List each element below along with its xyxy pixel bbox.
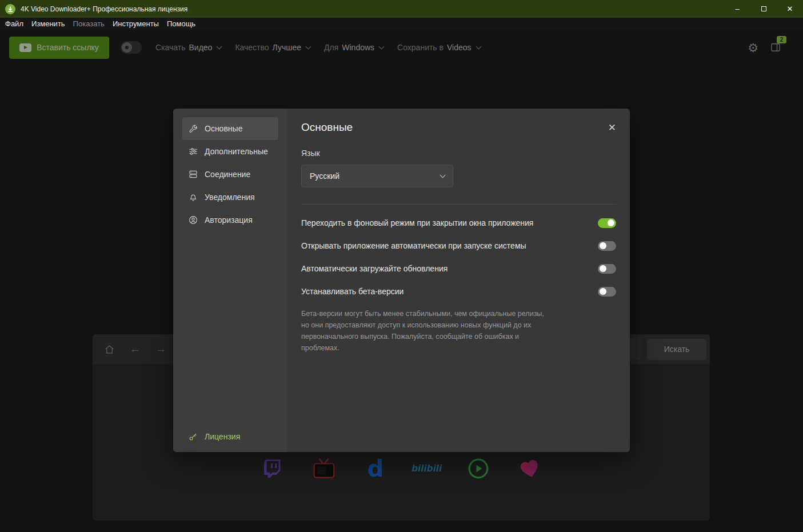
- setting-row-autostart: Открывать приложение автоматически при з…: [301, 234, 616, 257]
- close-button[interactable]: ✕: [777, 0, 803, 18]
- settings-nav-connection[interactable]: Соединение: [182, 163, 278, 186]
- wrench-icon: [188, 123, 198, 134]
- setting-label: Автоматически загружайте обновления: [301, 264, 448, 273]
- key-icon: [188, 431, 198, 442]
- divider: [301, 204, 616, 205]
- menu-tools[interactable]: Инструменты: [109, 18, 163, 30]
- user-circle-icon: [188, 215, 198, 225]
- settings-title: Основные: [301, 121, 353, 134]
- setting-label: Устанавливать бета-версии: [301, 287, 404, 296]
- titlebar: 4K Video Downloader+ Профессиональная ли…: [0, 0, 803, 18]
- settings-nav: Основные Дополнительные Соединение Уведо…: [173, 109, 287, 452]
- toggle-knob: [600, 288, 606, 295]
- menu-edit[interactable]: Изменить: [27, 18, 69, 30]
- bell-icon: [188, 192, 198, 202]
- beta-note: Бета-версии могут быть менее стабильными…: [301, 308, 549, 354]
- background-mode-toggle[interactable]: [598, 218, 616, 228]
- menu-view[interactable]: Показать: [69, 18, 109, 30]
- license-button[interactable]: Лицензия: [188, 431, 240, 442]
- menu-help[interactable]: Помощь: [163, 18, 199, 30]
- settings-header: Основные ✕: [301, 109, 616, 134]
- language-label: Язык: [301, 149, 616, 158]
- server-stack-icon: [188, 169, 198, 179]
- setting-label: Открывать приложение автоматически при з…: [301, 241, 526, 250]
- settings-dialog: Основные Дополнительные Соединение Уведо…: [173, 109, 630, 452]
- app-window: 4K Video Downloader+ Профессиональная ли…: [0, 0, 803, 532]
- toggle-knob: [600, 242, 606, 249]
- minimize-button[interactable]: –: [724, 0, 750, 18]
- settings-content: Основные ✕ Язык Русский Переходить в фон…: [287, 109, 630, 452]
- settings-nav-label: Уведомления: [205, 193, 255, 202]
- language-value: Русский: [310, 171, 339, 181]
- settings-toggle-rows: Переходить в фоновый режим при закрытии …: [301, 211, 616, 303]
- setting-row-background-mode: Переходить в фоновый режим при закрытии …: [301, 211, 616, 234]
- auto-updates-toggle[interactable]: [598, 264, 616, 274]
- settings-nav-label: Дополнительные: [205, 147, 268, 156]
- settings-nav-label: Соединение: [205, 170, 250, 179]
- dialog-close-icon[interactable]: ✕: [608, 122, 616, 134]
- setting-row-beta-versions: Устанавливать бета-версии: [301, 280, 616, 303]
- maximize-button[interactable]: [750, 0, 777, 18]
- settings-nav-general[interactable]: Основные: [182, 117, 278, 140]
- toggle-knob: [608, 219, 614, 226]
- beta-versions-toggle[interactable]: [598, 287, 616, 297]
- menubar: Файл Изменить Показать Инструменты Помощ…: [0, 18, 803, 30]
- window-title: 4K Video Downloader+ Профессиональная ли…: [21, 5, 187, 13]
- maximize-icon: [761, 6, 766, 11]
- toggle-knob: [600, 265, 606, 272]
- settings-nav-notifications[interactable]: Уведомления: [182, 186, 278, 209]
- window-controls: – ✕: [724, 0, 803, 18]
- setting-row-auto-updates: Автоматически загружайте обновления: [301, 257, 616, 280]
- app-logo-icon: [5, 4, 15, 14]
- autostart-toggle[interactable]: [598, 241, 616, 251]
- settings-nav-authorization[interactable]: Авторизация: [182, 209, 278, 231]
- menu-file[interactable]: Файл: [1, 18, 27, 30]
- settings-nav-advanced[interactable]: Дополнительные: [182, 140, 278, 163]
- settings-nav-label: Авторизация: [205, 215, 253, 225]
- chevron-down-icon: [440, 173, 446, 178]
- sliders-icon: [188, 146, 198, 157]
- settings-nav-label: Основные: [205, 124, 242, 133]
- setting-label: Переходить в фоновый режим при закрытии …: [301, 218, 533, 227]
- license-label: Лицензия: [205, 432, 240, 441]
- language-select[interactable]: Русский: [301, 165, 453, 187]
